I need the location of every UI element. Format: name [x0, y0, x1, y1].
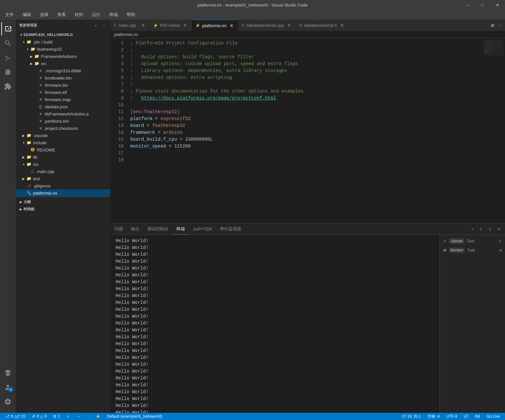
tree-item-readme[interactable]: ▶ 🅡 README — [16, 146, 110, 153]
tab-hardwareserial-cpp[interactable]: C HardwareSerial.cpp ✕ — [238, 20, 296, 31]
tree-item-partitions[interactable]: ▶ ≡ partitions.bin — [16, 117, 110, 125]
activity-explorer[interactable] — [1, 22, 14, 35]
tree-item-lib[interactable]: ▶ 📁 lib — [16, 153, 110, 161]
tree-item-framework[interactable]: ▶ 📁 FrameworkArduino — [16, 53, 110, 60]
menu-edit[interactable]: 编辑 — [21, 11, 33, 18]
tab-platformio-ini[interactable]: ⚡ platformio.ini ✕ — [192, 20, 239, 31]
activity-settings[interactable] — [1, 395, 14, 408]
tree-item-bootloader[interactable]: ▶ ≡ bootloader.bin — [16, 74, 110, 81]
add-terminal-icon[interactable]: ＋ — [469, 225, 476, 233]
menu-select[interactable]: 选择 — [38, 11, 50, 18]
terminal-tab-serial[interactable]: 串行监视器 — [216, 223, 245, 235]
tab-close-icon[interactable]: ✕ — [228, 22, 235, 29]
tab-close-icon[interactable]: ✕ — [286, 22, 292, 29]
tree-item-idedata[interactable]: ▶ {} idedata.json — [16, 103, 110, 110]
tab-label: HardwareSerial.h — [304, 23, 337, 28]
minimize-button[interactable]: ─ — [460, 0, 475, 10]
tab-close-icon[interactable]: ✕ — [339, 22, 345, 29]
folder-icon: 📁 — [26, 162, 31, 167]
menu-help[interactable]: 帮助 — [125, 11, 137, 18]
chevron-up-icon[interactable]: ∧ — [478, 225, 485, 233]
tab-hardwareserial-h[interactable]: H HardwareSerial.h ✕ — [296, 20, 349, 31]
code-area[interactable]: ; PlatformIO Project Configuration File … — [127, 38, 479, 223]
monitor-task-item[interactable]: ⟳ Monitor Task ↺ — [440, 246, 505, 255]
terminal-line: Hello World! — [116, 361, 435, 368]
terminal-tab-problems[interactable]: 问题 — [111, 223, 127, 235]
tab-close-icon[interactable]: ✕ — [140, 22, 146, 29]
tree-item-pio-build[interactable]: ▾ 📁 .pio / build — [16, 38, 110, 45]
upload-task-item[interactable]: ✓ Upload Task ✓ — [440, 236, 505, 246]
tree-item-libframework[interactable]: ▶ ≡ libFrameworkArduino.a — [16, 110, 110, 117]
status-check[interactable]: ✓ — [65, 413, 72, 420]
status-language[interactable]: INI — [473, 413, 481, 420]
status-arrow[interactable]: → — [75, 413, 82, 420]
new-file-icon[interactable]: + — [92, 22, 99, 29]
tree-item-firmware-map[interactable]: ▶ ≡ firmware.map — [16, 96, 110, 103]
tree-label: firmware.bin — [45, 83, 68, 88]
activity-account[interactable]: 1 — [1, 381, 14, 394]
tree-item-platformio-ini[interactable]: ▶ 🔧 platformio.ini — [16, 189, 110, 197]
tab-label: platformio.ini — [202, 23, 226, 28]
activity-source-control[interactable] — [1, 51, 14, 64]
cpp-tab-icon: C — [242, 23, 244, 28]
status-encoding[interactable]: UTF-8 — [444, 413, 459, 420]
terminal-actions: ＋ ∧ ∨ ✕ — [466, 225, 505, 233]
split-editor-icon[interactable]: ⊞ — [490, 22, 496, 29]
status-eol[interactable]: LF — [462, 413, 470, 420]
tab-main-cpp[interactable]: C main.cpp ✕ — [111, 20, 150, 31]
activity-search[interactable] — [1, 37, 14, 50]
status-indent[interactable]: 空格: 4 — [426, 413, 441, 420]
line-col-text: 行 19, 列 1 — [402, 414, 421, 419]
menu-run[interactable]: 运行 — [90, 11, 102, 18]
activity-extensions[interactable] — [1, 80, 14, 93]
tree-item-vscode[interactable]: ▶ 📁 .vscode — [16, 132, 110, 139]
terminal-tab-terminal[interactable]: 终端 — [172, 223, 189, 235]
status-git[interactable]: ⎇ 0 △0 ▽0 — [3, 413, 27, 420]
status-line-col[interactable]: 行 19, 列 1 — [401, 413, 423, 420]
more-tabs-icon[interactable]: ⋯ — [497, 22, 503, 29]
tree-item-firmware-bin[interactable]: ▶ ≡ firmware.bin — [16, 81, 110, 89]
close-button[interactable]: ✕ — [490, 0, 505, 10]
tree-item-outline[interactable]: ▶ 大纲 — [16, 198, 110, 205]
close-terminal-icon[interactable]: ✕ — [495, 225, 502, 233]
terminal-tab-output[interactable]: 输出 — [127, 223, 143, 235]
maximize-button[interactable]: □ — [475, 0, 490, 10]
tree-item-sconsign[interactable]: ▶ ≡ .sconsign310.dblite — [16, 67, 110, 74]
more-actions-icon[interactable]: ··· — [100, 22, 107, 29]
tree-item-featheresp32[interactable]: ▾ 📁 featheresp32 — [16, 45, 110, 53]
status-lightning[interactable]: ⚡ — [94, 413, 102, 420]
status-golive[interactable]: Go Live — [485, 413, 502, 420]
chevron-down-icon[interactable]: ∨ — [486, 225, 494, 233]
tab-close-icon[interactable]: ✕ — [182, 22, 189, 29]
sidebar-title: 资源管理器 — [19, 23, 37, 28]
activity-pio[interactable] — [1, 366, 14, 379]
tree-item-checksum[interactable]: ▶ ≡ project.checksum — [16, 125, 110, 132]
terminal-tab-debug[interactable]: 调试控制台 — [143, 223, 172, 235]
code-editor[interactable]: 12345 678910 1112131415 161718 ; Platfor… — [111, 38, 505, 223]
status-default-project[interactable]: Default (example01_helloworld) — [105, 413, 164, 420]
monitor-task-spinner: ↺ — [499, 249, 502, 252]
menu-view[interactable]: 查看 — [55, 11, 68, 18]
activity-debug[interactable] — [1, 65, 14, 79]
tree-item-test[interactable]: ▶ 📁 test — [16, 175, 110, 182]
terminal-tab-jupyter[interactable]: JUPYTER — [189, 223, 216, 235]
tree-item-gitignore[interactable]: ▶ ⎇ .gitignore — [16, 182, 110, 189]
terminal-output[interactable]: Hello World!Hello World!Hello World!Hell… — [111, 235, 440, 413]
menu-terminal[interactable]: 终端 — [107, 11, 120, 18]
status-upload[interactable]: ↑ — [85, 413, 91, 420]
tree-item-main-cpp[interactable]: ▶ C main.cpp — [16, 168, 110, 175]
tree-label: src — [41, 61, 46, 66]
tree-item-src-inner[interactable]: ▶ 📁 src — [16, 60, 110, 67]
tree-item-include[interactable]: ▾ 📁 include — [16, 139, 110, 146]
project-root[interactable]: ▾ EXAMPLE01_HELLOWORLD — [16, 31, 110, 38]
menu-file[interactable]: 文件 — [3, 11, 16, 18]
tab-pio-home[interactable]: ⚡ PIO Home ✕ — [150, 20, 192, 31]
project-name: EXAMPLE01_HELLOWORLD — [24, 33, 73, 37]
line-numbers: 12345 678910 1112131415 161718 — [111, 38, 127, 223]
status-pio[interactable]: ⚙ 1 — [51, 413, 62, 420]
tree-item-src[interactable]: ▾ 📁 src — [16, 161, 110, 168]
tree-item-timeline[interactable]: ▶ 时间线 — [16, 205, 110, 213]
status-errors[interactable]: ✗ 0 △ 0 — [30, 413, 48, 420]
tree-item-firmware-elf[interactable]: ▶ ≡ firmware.elf — [16, 89, 110, 96]
menu-goto[interactable]: 转到 — [73, 11, 85, 18]
